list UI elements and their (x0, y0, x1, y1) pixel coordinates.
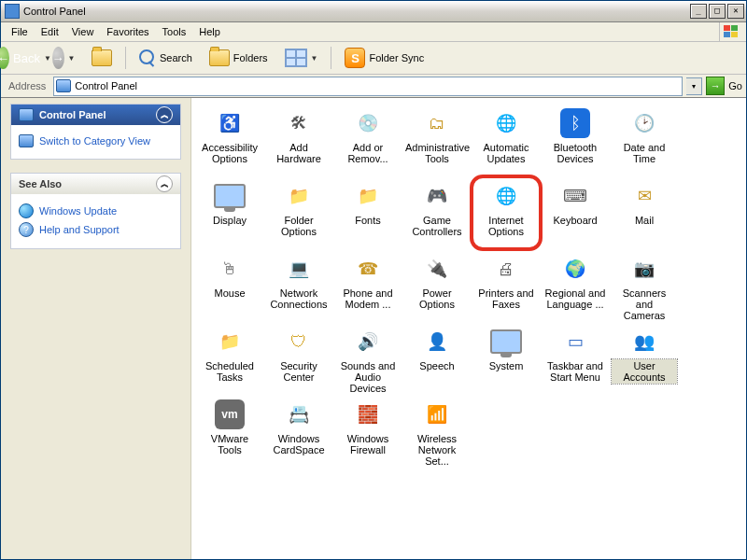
item-bluetooth[interactable]: ᛒBluetooth Devices (543, 105, 608, 176)
svg-rect-1 (731, 25, 738, 31)
link-switch-category-view[interactable]: Switch to Category View (19, 133, 173, 149)
svg-rect-0 (724, 25, 730, 31)
item-user-accounts[interactable]: 👥User Accounts (612, 324, 677, 395)
item-vmware-tools[interactable]: vmVMware Tools (197, 397, 262, 468)
item-auto-updates[interactable]: 🌐Automatic Updates (473, 105, 539, 176)
regional-icon: 🌍 (559, 253, 591, 285)
item-label: Speech (417, 359, 456, 372)
item-label: Wireless Network Set... (404, 432, 470, 468)
forward-button[interactable]: → ▼ (46, 46, 81, 70)
item-label: Mail (633, 214, 655, 227)
item-security-center[interactable]: 🛡Security Center (266, 324, 331, 395)
separator (125, 47, 126, 69)
item-regional[interactable]: 🌍Regional and Language ... (543, 251, 608, 322)
item-label: Power Options (404, 287, 470, 311)
item-add-hardware[interactable]: 🛠Add Hardware (266, 105, 331, 176)
item-display[interactable]: Display (197, 178, 262, 249)
link-label: Windows Update (39, 205, 117, 217)
item-phone-modem[interactable]: ☎Phone and Modem ... (335, 251, 401, 322)
system-icon (490, 326, 522, 357)
item-internet-options[interactable]: 🌐Internet Options (473, 178, 539, 249)
item-keyboard[interactable]: ⌨Keyboard (543, 178, 608, 249)
network-connections-icon: 💻 (283, 253, 315, 285)
folder-sync-button[interactable]: S Folder Sync (338, 45, 430, 71)
item-label: Display (211, 214, 248, 227)
item-scheduled-tasks[interactable]: 📁Scheduled Tasks (197, 324, 262, 395)
panel-header-control-panel[interactable]: Control Panel ︽ (11, 105, 180, 125)
address-dropdown[interactable]: ▾ (686, 77, 702, 95)
link-windows-update[interactable]: Windows Update (19, 202, 173, 220)
control-panel-icon (56, 79, 71, 92)
collapse-icon: ︽ (156, 106, 173, 123)
item-admin-tools[interactable]: 🗂Administrative Tools (404, 105, 470, 176)
keyboard-icon: ⌨ (559, 180, 591, 212)
item-scanners-cameras[interactable]: 📷Scanners and Cameras (612, 251, 677, 322)
item-mail[interactable]: ✉Mail (612, 178, 677, 249)
item-wireless[interactable]: 📶Wireless Network Set... (404, 397, 470, 468)
item-game-controllers[interactable]: 🎮Game Controllers (404, 178, 470, 249)
menu-view[interactable]: View (65, 24, 101, 39)
panel-header-see-also[interactable]: See Also ︽ (11, 174, 180, 194)
menu-favorites[interactable]: Favorites (100, 24, 155, 39)
item-taskbar[interactable]: ▭Taskbar and Start Menu (543, 324, 608, 395)
panel-title: See Also (19, 178, 62, 189)
windows-flag-icon (719, 22, 742, 41)
view-grid-icon (285, 49, 307, 67)
item-sounds[interactable]: 🔊Sounds and Audio Devices (335, 324, 401, 395)
menu-tools[interactable]: Tools (156, 24, 193, 39)
item-label: Date and Time (612, 141, 677, 165)
up-button[interactable] (85, 45, 119, 71)
minimize-button[interactable]: _ (690, 4, 707, 19)
view-mode-button[interactable]: ▼ (278, 45, 325, 71)
search-label: Search (160, 52, 192, 63)
item-label: Scheduled Tasks (197, 359, 262, 384)
folder-up-icon (92, 49, 112, 66)
item-label: Printers and Faxes (473, 287, 539, 311)
printers-faxes-icon: 🖨 (490, 253, 522, 285)
scheduled-tasks-icon: 📁 (214, 326, 246, 357)
item-windows-cardspace[interactable]: 📇Windows CardSpace (266, 397, 331, 468)
item-fonts[interactable]: 📁Fonts (335, 178, 401, 249)
address-bar: Address Control Panel ▾ → Go (1, 75, 746, 98)
collapse-icon: ︽ (156, 175, 173, 192)
item-label: Administrative Tools (403, 141, 471, 165)
item-accessibility-options[interactable]: ♿Accessibility Options (197, 105, 262, 176)
back-button[interactable]: ← Back ▼ (7, 46, 42, 70)
menu-help[interactable]: Help (192, 24, 227, 39)
folders-button[interactable]: Folders (203, 45, 275, 71)
address-label: Address (5, 80, 49, 91)
item-folder-options[interactable]: 📁Folder Options (266, 178, 331, 249)
sidebar: Control Panel ︽ Switch to Category View … (1, 98, 191, 559)
item-label: System (487, 359, 526, 372)
menu-file[interactable]: File (5, 24, 35, 39)
item-power-options[interactable]: 🔌Power Options (404, 251, 470, 322)
menu-edit[interactable]: Edit (35, 24, 65, 39)
view-switch-icon (19, 134, 34, 147)
maximize-button[interactable]: □ (709, 4, 726, 19)
item-printers-faxes[interactable]: 🖨Printers and Faxes (473, 251, 539, 322)
item-system[interactable]: System (473, 324, 539, 395)
game-controllers-icon: 🎮 (421, 180, 453, 212)
link-help-support[interactable]: ? Help and Support (19, 220, 173, 239)
folder-icon (209, 49, 230, 66)
item-speech[interactable]: 👤Speech (404, 324, 470, 395)
item-label: Windows Firewall (335, 432, 401, 456)
item-windows-firewall[interactable]: 🧱Windows Firewall (335, 397, 401, 468)
display-icon (214, 180, 246, 212)
address-input[interactable]: Control Panel (53, 77, 683, 96)
go-button[interactable]: → (706, 77, 725, 95)
menu-bar: File Edit View Favorites Tools Help (1, 22, 746, 42)
sync-icon: S (345, 48, 365, 68)
item-date-time[interactable]: 🕑Date and Time (612, 105, 677, 176)
close-button[interactable]: ✕ (727, 4, 744, 19)
item-network-connections[interactable]: 💻Network Connections (266, 251, 331, 322)
item-mouse[interactable]: 🖱Mouse (197, 251, 262, 322)
search-button[interactable]: Search (133, 45, 199, 71)
item-label: Internet Options (473, 214, 539, 238)
item-add-remove[interactable]: 💿Add or Remov... (335, 105, 401, 176)
item-label: User Accounts (612, 359, 677, 384)
go-label: Go (728, 80, 742, 91)
internet-options-icon: 🌐 (490, 180, 522, 212)
panel-control-panel: Control Panel ︽ Switch to Category View (10, 104, 181, 160)
item-label: Network Connections (266, 287, 331, 311)
